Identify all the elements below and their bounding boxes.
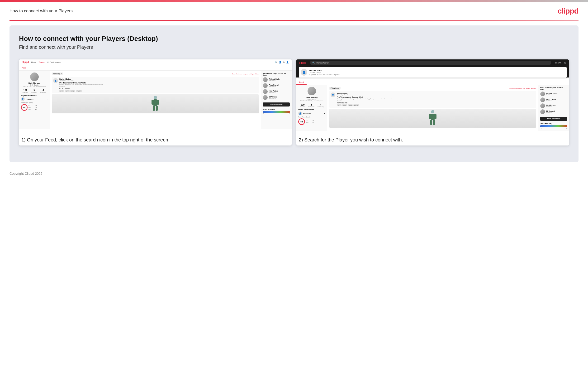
followers-stat: 3 Followers [31, 89, 37, 93]
settings-icon[interactable]: ⚙ [283, 61, 285, 64]
activity-duration-1: 02 hr : 00 min [59, 88, 257, 89]
tag-app-2: APP [342, 104, 347, 106]
player-perf-title-2: Player Performance [298, 109, 325, 110]
feed-tab-1[interactable]: Feed [19, 66, 29, 70]
player-name-2: Eli Vincent [303, 113, 311, 114]
control-link-2[interactable]: Control who can see your activity and da… [509, 87, 536, 89]
score-circle-2: 84 [298, 118, 305, 125]
clear-btn[interactable]: CLEAR [555, 62, 562, 64]
team-dashboard-btn-1[interactable]: Team Dashboard [263, 102, 290, 107]
active-avatar-2-4 [540, 109, 545, 114]
tag-arg-2: ARG [348, 104, 353, 106]
control-link-1[interactable]: Control who can see your activity and da… [232, 73, 259, 75]
quality-label-2: Total Player Quality [298, 116, 325, 118]
activity-title-1: Pre Tournament Course Walk [59, 82, 257, 84]
feed-tab-2[interactable]: Feed [296, 80, 307, 85]
nav-home-1[interactable]: Home [31, 61, 36, 63]
active-name-4: Eli Vincent [269, 96, 277, 98]
profile-title-1: Golf Coach [21, 84, 48, 86]
team-heatmap-title-2: Team Heatmap [540, 123, 567, 124]
heatmap-max: +5 [288, 113, 290, 115]
profile-icon[interactable]: 👤 [279, 61, 281, 64]
activities-label-2: Activities [300, 106, 305, 107]
nav-icons-1: 🔍 👤 ⚙ 👤 [275, 61, 289, 64]
active-player-4: Eli Vincent Activities: 1 [263, 95, 290, 100]
search-result-club: Cypress Point Club, United Kingdom [309, 74, 340, 76]
active-players-title-2: Most Active Players - Last 30 days [540, 87, 567, 90]
following-label: Following [40, 92, 46, 93]
active-player-2-4: Eli Vincent Activities: 1 [540, 109, 567, 114]
search-icon[interactable]: 🔍 [275, 61, 277, 64]
screenshot-2: clippd 🔍 Marcus Turner CLEAR ✕ 👤 Marcus … [296, 59, 569, 146]
team-dashboard-btn-2[interactable]: Team Dashboard [540, 117, 567, 121]
active-avatar-2-2 [540, 97, 545, 102]
active-name-1: Richard Butler [269, 78, 280, 80]
quality-bars-1: OTT 79 APP 70 [28, 105, 36, 110]
tag-putt-2: PUTT [353, 104, 359, 106]
instruction-1-text: On your Feed, click on the search icon i… [27, 137, 169, 142]
player-perf-title-1: Player Performance [21, 95, 48, 96]
screenshots-row: clippd Home Teams My Performance 🔍 👤 ⚙ 👤… [19, 59, 569, 146]
app-navbar-2: clippd 🔍 Marcus Turner CLEAR ✕ [296, 59, 569, 66]
active-avatar-2 [263, 83, 268, 88]
svg-rect-10 [430, 120, 432, 125]
player-avatar-2: 👤 [298, 111, 302, 115]
copyright: Copyright Clippd 2022 [9, 172, 43, 175]
svg-rect-2 [151, 100, 154, 105]
search-input-text[interactable]: Marcus Turner [316, 62, 329, 64]
profile-card-2: Blair McHarg Golf Coach Mill Ride Golf C… [298, 87, 325, 101]
active-name-2: Piers Parnell [269, 84, 279, 86]
following-num-2: 4 [317, 103, 324, 106]
activities-num-2: 129 [300, 103, 305, 106]
followers-num: 3 [31, 89, 37, 92]
search-result-dropdown[interactable]: 👤 Marcus Turner 1-5 Handicap Cypress Poi… [299, 67, 567, 77]
tag-app: APP [65, 90, 70, 92]
active-avatar-4 [263, 95, 268, 100]
main-content: How to connect with your Players (Deskto… [9, 26, 579, 162]
golfer-image-1 [52, 94, 259, 113]
following-btn-2[interactable]: Following ▾ [329, 87, 341, 90]
svg-rect-5 [156, 106, 158, 111]
active-name-3: Hiral Pujara [269, 90, 278, 92]
profile-name-2: Blair McHarg [298, 96, 325, 98]
tag-arg: ARG [70, 90, 75, 92]
player-dropdown-icon[interactable]: ▾ [47, 98, 48, 100]
svg-rect-3 [157, 100, 159, 105]
duration-label-2: Duration [337, 100, 535, 101]
svg-rect-4 [153, 106, 155, 111]
followers-stat-2: 3 Followers [308, 103, 315, 107]
app-mockup-1: clippd Home Teams My Performance 🔍 👤 ⚙ 👤… [19, 59, 292, 131]
app-navbar-1: clippd Home Teams My Performance 🔍 👤 ⚙ 👤 [19, 59, 292, 65]
activities-stat: 129 Activities [22, 89, 28, 93]
app-content-1: Blair McHarg Golf Coach Mill Ride Golf C… [19, 71, 292, 129]
heatmap-min: -5 [263, 113, 264, 115]
nav-myperformance-1[interactable]: My Performance [47, 61, 61, 63]
tag-ott: OTT [59, 90, 64, 92]
player-name-1: Eli Vincent [26, 98, 34, 100]
left-panel-1: Blair McHarg Golf Coach Mill Ride Golf C… [19, 71, 50, 129]
profile-club-2: Mill Ride Golf Club, United Kingdom [298, 100, 325, 101]
activity-meta-2: Yesterday · The Grove [337, 94, 535, 96]
following-bar-2: Following ▾ Control who can see your act… [329, 87, 536, 90]
active-player-3: Hiral Pujara Activities: 3 [263, 89, 290, 94]
active-act-2-1: Activities: 7 [546, 94, 558, 96]
player-dropdown-icon-2[interactable]: ▾ [324, 112, 325, 114]
following-btn-1[interactable]: Following ▾ [52, 73, 63, 75]
activity-content-2: Richard Butler Yesterday · The Grove Pre… [337, 92, 535, 106]
active-player-2-2: Piers Parnell Activities: 4 [540, 97, 567, 102]
active-name-2-1: Richard Butler [546, 92, 558, 94]
avatar-icon[interactable]: 👤 [286, 61, 289, 64]
instruction-2-text: Search for the Player you wish to connec… [304, 137, 403, 142]
close-btn[interactable]: ✕ [564, 61, 566, 64]
activity-tags-1: OTT APP ARG PUTT [59, 90, 257, 92]
profile-stats-1: 129 Activities 3 Followers 4 Following [21, 89, 48, 93]
screenshot-1: clippd Home Teams My Performance 🔍 👤 ⚙ 👤… [19, 59, 292, 146]
search-result-avatar: 👤 [301, 69, 307, 76]
nav-teams-1[interactable]: Teams [39, 61, 45, 63]
activity-avatar-2: 👤 [331, 92, 335, 97]
top-accent-bar [0, 0, 588, 2]
activity-avatar-1: 👤 [53, 78, 58, 83]
search-bar-2[interactable]: 🔍 Marcus Turner [310, 61, 551, 65]
center-panel-2: Following ▾ Control who can see your act… [327, 85, 538, 131]
svg-rect-1 [153, 99, 157, 106]
